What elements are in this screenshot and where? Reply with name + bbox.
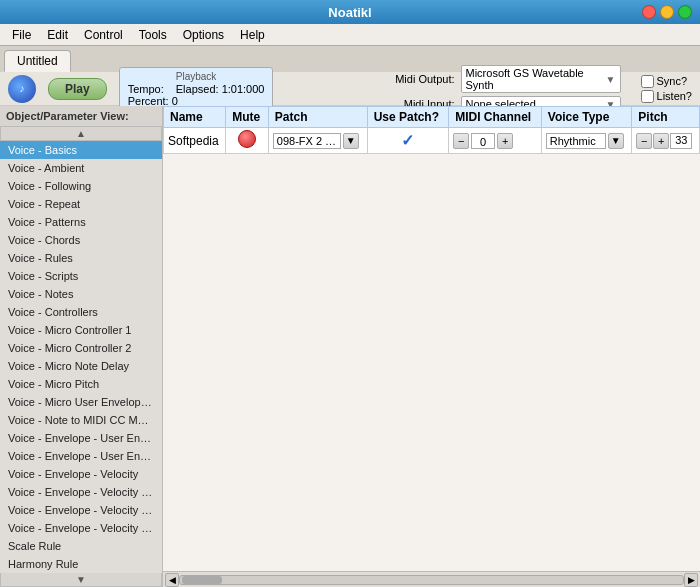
close-button[interactable]: [642, 5, 656, 19]
use-patch-checkmark: ✓: [401, 132, 414, 149]
cell-mute[interactable]: [226, 128, 269, 154]
listen-label[interactable]: Listen?: [641, 90, 692, 103]
sidebar-item-2[interactable]: Voice - Following: [0, 177, 162, 195]
voice-type-select: Rhythmic ▼: [546, 133, 628, 149]
scroll-right-btn[interactable]: ▶: [684, 573, 698, 587]
sidebar-item-13[interactable]: Voice - Micro Pitch: [0, 375, 162, 393]
col-voice-type: Voice Type: [541, 107, 632, 128]
midi-output-arrow: ▼: [606, 74, 616, 85]
sync-label[interactable]: Sync?: [641, 75, 692, 88]
sidebar-item-14[interactable]: Voice - Micro User Envelope 1: [0, 393, 162, 411]
voice-type-arrow[interactable]: ▼: [608, 133, 624, 149]
sidebar-item-4[interactable]: Voice - Patterns: [0, 213, 162, 231]
toolbar: ♪ Play Playback Tempo: Elapsed: 1:01:000…: [0, 72, 700, 106]
sidebar-item-23[interactable]: Harmony Rule: [0, 555, 162, 573]
minimize-button[interactable]: [660, 5, 674, 19]
sidebar-scroll-up[interactable]: ▲: [0, 127, 162, 141]
midi-output-row: Midi Output: Microsoft GS Wavetable Synt…: [387, 65, 621, 93]
sidebar-item-11[interactable]: Voice - Micro Controller 2: [0, 339, 162, 357]
logo-icon: ♪: [8, 75, 36, 103]
patch-field: 098-FX 2 (sou... ▼: [273, 133, 363, 149]
midi-output-select[interactable]: Microsoft GS Wavetable Synth ▼: [461, 65, 621, 93]
sidebar: Object/Parameter View: ▲ Voice - BasicsV…: [0, 106, 163, 587]
menu-control[interactable]: Control: [76, 26, 131, 44]
sidebar-list: Voice - BasicsVoice - AmbientVoice - Fol…: [0, 141, 162, 573]
sidebar-item-8[interactable]: Voice - Notes: [0, 285, 162, 303]
sidebar-item-20[interactable]: Voice - Envelope - Velocity Ch...: [0, 501, 162, 519]
sidebar-item-10[interactable]: Voice - Micro Controller 1: [0, 321, 162, 339]
sidebar-item-9[interactable]: Voice - Controllers: [0, 303, 162, 321]
tab-untitled[interactable]: Untitled: [4, 50, 71, 72]
col-patch: Patch: [268, 107, 367, 128]
midi-output-value: Microsoft GS Wavetable Synth: [466, 67, 606, 91]
data-table: Name Mute Patch Use Patch? MIDI Channel …: [163, 106, 700, 154]
pitch-minus[interactable]: −: [636, 133, 652, 149]
percent-value: 0: [172, 95, 178, 107]
playback-title: Playback: [128, 71, 265, 82]
sidebar-scroll-down[interactable]: ▼: [0, 573, 162, 587]
table-container: Name Mute Patch Use Patch? MIDI Channel …: [163, 106, 700, 571]
sidebar-item-19[interactable]: Voice - Envelope - Velocity Ra...: [0, 483, 162, 501]
maximize-button[interactable]: [678, 5, 692, 19]
scrollbar-track[interactable]: [179, 575, 684, 585]
mute-button[interactable]: [238, 130, 256, 148]
sync-listen-section: Sync? Listen?: [641, 75, 692, 103]
window-controls[interactable]: [642, 5, 692, 19]
sidebar-item-22[interactable]: Scale Rule: [0, 537, 162, 555]
midi-channel-value: 0: [471, 133, 495, 149]
midi-channel-stepper: − 0 +: [453, 133, 537, 149]
percent-label: Percent:: [128, 95, 169, 107]
menu-file[interactable]: File: [4, 26, 39, 44]
cell-patch: 098-FX 2 (sou... ▼: [268, 128, 367, 154]
sidebar-item-17[interactable]: Voice - Envelope - User Envel...: [0, 447, 162, 465]
cell-name: Softpedia: [164, 128, 226, 154]
col-mute: Mute: [226, 107, 269, 128]
scroll-left-btn[interactable]: ◀: [165, 573, 179, 587]
playback-box: Playback Tempo: Elapsed: 1:01:000 Percen…: [119, 67, 274, 111]
midi-output-label: Midi Output:: [387, 73, 455, 85]
window-title: Noatikl: [58, 5, 642, 20]
percent-section: Percent: 0: [128, 95, 265, 107]
horizontal-scrollbar[interactable]: ◀ ▶: [163, 571, 700, 587]
voice-type-value: Rhythmic: [546, 133, 606, 149]
sidebar-item-6[interactable]: Voice - Rules: [0, 249, 162, 267]
patch-value: 098-FX 2 (sou...: [273, 133, 341, 149]
pitch-plus[interactable]: +: [653, 133, 669, 149]
sidebar-item-15[interactable]: Voice - Note to MIDI CC Mappi...: [0, 411, 162, 429]
play-button[interactable]: Play: [48, 78, 107, 100]
elapsed-section: Elapsed: 1:01:000: [176, 83, 265, 95]
sidebar-item-0[interactable]: Voice - Basics: [0, 141, 162, 159]
body-area: Object/Parameter View: ▲ Voice - BasicsV…: [0, 106, 700, 587]
sidebar-item-18[interactable]: Voice - Envelope - Velocity: [0, 465, 162, 483]
tempo-label: Tempo:: [128, 83, 164, 95]
sync-checkbox[interactable]: [641, 75, 654, 88]
menu-help[interactable]: Help: [232, 26, 273, 44]
elapsed-label: Elapsed:: [176, 83, 219, 95]
menu-bar: File Edit Control Tools Options Help: [0, 24, 700, 46]
sidebar-item-7[interactable]: Voice - Scripts: [0, 267, 162, 285]
listen-checkbox[interactable]: [641, 90, 654, 103]
menu-tools[interactable]: Tools: [131, 26, 175, 44]
sidebar-item-16[interactable]: Voice - Envelope - User Envel...: [0, 429, 162, 447]
sidebar-item-21[interactable]: Voice - Envelope - Velocity Ch...: [0, 519, 162, 537]
table-header-row: Name Mute Patch Use Patch? MIDI Channel …: [164, 107, 700, 128]
cell-use-patch[interactable]: ✓: [367, 128, 449, 154]
patch-arrow-btn[interactable]: ▼: [343, 133, 359, 149]
table-row: Softpedia 098-FX 2 (sou... ▼ ✓ − 0 + Rhy…: [164, 128, 700, 154]
midi-channel-minus[interactable]: −: [453, 133, 469, 149]
sidebar-item-12[interactable]: Voice - Micro Note Delay: [0, 357, 162, 375]
sidebar-item-5[interactable]: Voice - Chords: [0, 231, 162, 249]
midi-channel-plus[interactable]: +: [497, 133, 513, 149]
menu-edit[interactable]: Edit: [39, 26, 76, 44]
col-midi-channel: MIDI Channel: [449, 107, 542, 128]
elapsed-value: 1:01:000: [222, 83, 265, 95]
col-pitch: Pitch: [632, 107, 700, 128]
sidebar-item-3[interactable]: Voice - Repeat: [0, 195, 162, 213]
sidebar-item-1[interactable]: Voice - Ambient: [0, 159, 162, 177]
menu-options[interactable]: Options: [175, 26, 232, 44]
pitch-value: 33: [670, 133, 692, 149]
pitch-field: − + 33: [636, 133, 695, 149]
scrollbar-thumb[interactable]: [182, 576, 222, 584]
content-area: Name Mute Patch Use Patch? MIDI Channel …: [163, 106, 700, 587]
midi-section: Midi Output: Microsoft GS Wavetable Synt…: [387, 65, 621, 112]
